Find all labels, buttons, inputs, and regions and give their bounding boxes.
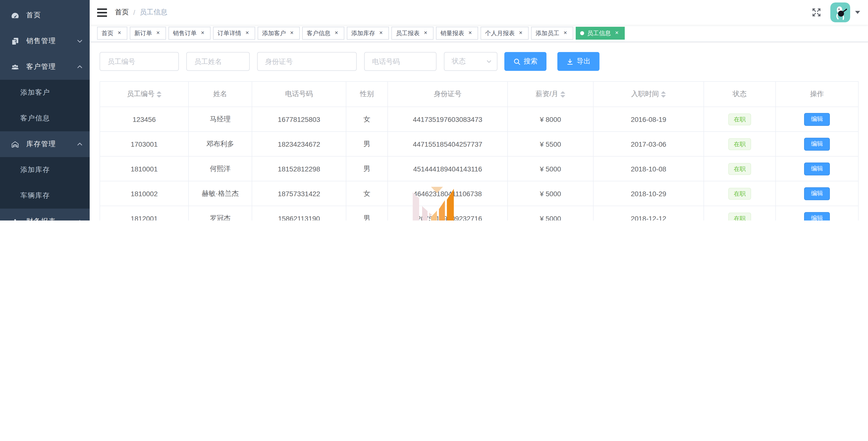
tab-new-order[interactable]: 新订单× [130,27,166,40]
table-row: 1703001 邓布利多 18234234672 男 4471551854042… [100,131,858,156]
column-header-action: 操作 [776,82,858,107]
phone-input[interactable] [364,52,436,71]
status-badge: 在职 [728,163,751,175]
download-icon [566,58,574,65]
sidebar-item-label: 库存管理 [26,140,77,149]
tab-home[interactable]: 首页× [97,27,127,40]
sidebar-item-label: 添加库存 [20,165,50,175]
sort-icon[interactable] [560,91,565,98]
id-card-input[interactable] [257,52,357,71]
close-icon[interactable]: × [613,30,620,37]
reports-icon [11,217,19,220]
close-icon[interactable]: × [422,30,429,37]
navbar: 首页 / 员工信息 [90,0,868,25]
sort-icon[interactable] [157,91,161,98]
tab-employee-info-active[interactable]: 员工信息× [576,27,625,40]
sidebar-item-customer-info[interactable]: 客户信息 [0,105,90,131]
close-icon[interactable]: × [155,30,161,37]
dot-icon [580,31,584,35]
inventory-icon [11,140,19,149]
close-icon[interactable]: × [517,30,524,37]
close-icon[interactable]: × [199,30,206,37]
sidebar-item-label: 财务报表 [26,217,77,220]
close-icon[interactable]: × [377,30,384,37]
chevron-up-icon [77,141,83,147]
chevron-down-icon [486,59,492,64]
tab-add-employee[interactable]: 添加员工× [531,27,573,40]
page-content: 状态 搜索 导出 [90,42,868,220]
sidebar: 首页 销售管理 客户管理 添加客户 客户信息 [0,0,90,220]
employee-name-input[interactable] [186,52,250,71]
sidebar-item-add-customer[interactable]: 添加客户 [0,80,90,105]
close-icon[interactable]: × [288,30,295,37]
search-button[interactable]: 搜索 [504,52,547,71]
sidebar-item-label: 首页 [26,11,83,20]
sidebar-item-add-inventory[interactable]: 添加库存 [0,157,90,183]
column-header-status: 状态 [704,82,776,107]
employee-table: 员工编号 姓名 电话号码 性别 身份证号 薪资/月 入职时间 状态 操作 123… [100,81,859,220]
table-row: 1810001 何熙洋 18152812298 男 45144418940414… [100,156,858,181]
navbar-right [811,2,868,22]
sidebar-item-customers[interactable]: 客户管理 [0,54,90,80]
edit-button[interactable]: 编辑 [804,162,830,175]
filter-bar: 状态 搜索 导出 [100,52,868,71]
tab-monthly-report[interactable]: 个人月报表× [480,27,529,40]
app-root: 首页 销售管理 客户管理 添加客户 客户信息 [0,0,868,220]
column-header-hire-date[interactable]: 入职时间 [593,82,704,107]
tab-sales-report[interactable]: 销量报表× [436,27,478,40]
breadcrumb: 首页 / 员工信息 [115,8,167,17]
tab-sales-order[interactable]: 销售订单× [168,27,211,40]
column-header-name: 姓名 [188,82,252,107]
edit-button[interactable]: 编辑 [804,187,830,200]
edit-button[interactable]: 编辑 [804,137,830,150]
table-header-row: 员工编号 姓名 电话号码 性别 身份证号 薪资/月 入职时间 状态 操作 [100,82,858,107]
status-badge: 在职 [728,138,751,150]
column-header-salary[interactable]: 薪资/月 [507,82,593,107]
status-select[interactable]: 状态 [444,52,497,71]
chevron-up-icon [77,219,83,220]
status-badge: 在职 [728,113,751,125]
breadcrumb-home[interactable]: 首页 [115,8,129,17]
sidebar-item-label: 客户管理 [26,62,77,71]
column-header-id-card: 身份证号 [388,82,507,107]
dashboard-icon [11,11,19,20]
sidebar-item-home[interactable]: 首页 [0,2,90,28]
employee-id-input[interactable] [100,52,179,71]
tab-add-inventory[interactable]: 添加库存× [347,27,389,40]
chevron-up-icon [77,64,83,70]
caret-down-icon[interactable] [855,11,860,16]
close-icon[interactable]: × [244,30,251,37]
sidebar-item-sales[interactable]: 销售管理 [0,28,90,54]
fullscreen-icon[interactable] [811,7,822,17]
status-badge: 在职 [728,212,751,220]
table-row: 123456 马经理 16778125803 女 441735197603083… [100,107,858,131]
hamburger-icon[interactable] [90,0,115,25]
sidebar-item-label: 客户信息 [20,114,50,123]
sidebar-item-inventory[interactable]: 库存管理 [0,131,90,157]
close-icon[interactable]: × [562,30,569,37]
status-badge: 在职 [728,188,751,199]
column-header-employee-id[interactable]: 员工编号 [100,82,188,107]
tab-employee-report[interactable]: 员工报表× [392,27,434,40]
tab-order-detail[interactable]: 订单详情× [213,27,255,40]
sidebar-item-finance-reports[interactable]: 财务报表 [0,209,90,220]
close-icon[interactable]: × [467,30,474,37]
table-row: 1810002 赫敏·格兰杰 18757331422 女 46462318041… [100,181,858,206]
sidebar-item-vehicle-inventory[interactable]: 车辆库存 [0,183,90,209]
tab-add-customer[interactable]: 添加客户× [258,27,300,40]
close-icon[interactable]: × [333,30,340,37]
export-button[interactable]: 导出 [557,52,599,71]
breadcrumb-current: 员工信息 [140,8,167,17]
tags-view: 首页× 新订单× 销售订单× 订单详情× 添加客户× 客户信息× 添加库存× 员… [90,25,868,42]
tab-customer-info[interactable]: 客户信息× [302,27,344,40]
column-header-gender: 性别 [346,82,388,107]
breadcrumb-separator: / [133,8,135,17]
sort-icon[interactable] [661,91,666,98]
close-icon[interactable]: × [116,30,123,37]
edit-button[interactable]: 编辑 [804,212,830,220]
column-header-phone: 电话号码 [252,82,346,107]
edit-button[interactable]: 编辑 [804,113,830,126]
avatar[interactable] [830,2,850,22]
chevron-down-icon [77,38,83,44]
table-row: 1812001 罗冠杰 15862113190 男 42075119910923… [100,206,858,220]
